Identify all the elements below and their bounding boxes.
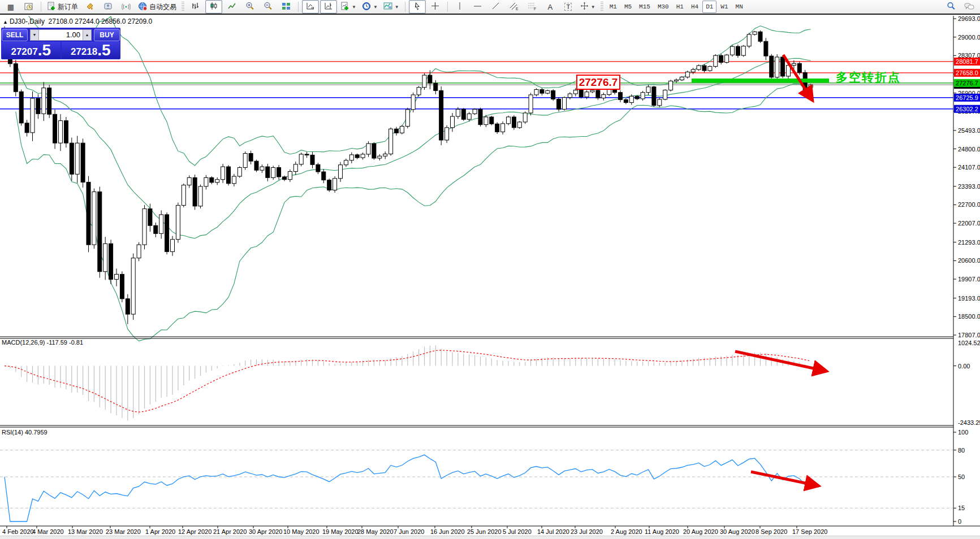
timeframe-h4[interactable]: H4 [688,1,702,13]
svg-text:29000.0: 29000.0 [958,34,980,41]
zoom-out-button[interactable] [260,0,277,14]
volume-decrease-button[interactable]: ▼ [30,29,39,41]
chart-title: ▲DJ30-,Daily 27108.0 27244.0 26856.0 272… [3,18,152,25]
fibonacci-icon: F [527,2,537,12]
search-icon [947,2,956,12]
paint-bucket-icon [85,2,94,12]
auto-scroll-button[interactable] [302,0,319,14]
crosshair-button[interactable] [427,0,444,14]
svg-text:F: F [534,7,536,11]
turning-point-annotation[interactable]: 多空转折点 [836,69,901,85]
svg-text:5 Jul 2020: 5 Jul 2020 [503,528,532,535]
svg-text:-2433.25: -2433.25 [958,419,980,426]
label-tool-button[interactable]: T [560,0,577,14]
templates-icon [383,2,392,12]
main-toolbar: ▦ 新订单 自动交易 ▼ ▼ ▼ [0,0,980,15]
svg-text:11 Aug 2020: 11 Aug 2020 [645,528,679,535]
market-watch-button[interactable] [20,0,37,14]
search-button[interactable] [943,0,960,14]
svg-text:22700.0: 22700.0 [958,201,980,208]
buy-price-pips: .5 [97,43,110,58]
bar-chart-button[interactable] [187,0,204,14]
timeframe-m5[interactable]: M5 [621,1,635,13]
auto-trading-label: 自动交易 [149,2,176,12]
window-list-button[interactable]: ▦ [2,0,19,14]
shapes-caret-icon: ▼ [591,5,595,10]
shapes-button[interactable]: ▼ [578,0,598,14]
timeframe-m15[interactable]: M15 [636,1,654,13]
timeframe-d1[interactable]: D1 [702,1,716,13]
chat-button[interactable] [961,0,978,14]
cursor-button[interactable] [409,0,426,14]
svg-text:24107.0: 24107.0 [958,164,980,171]
signal-icon [122,2,131,12]
sell-price[interactable]: 27207.5 [2,42,61,59]
chart-symbol-period: DJ30-,Daily [10,18,45,25]
market-watch-clock-icon [24,2,33,12]
svg-text:17807.0: 17807.0 [958,332,980,338]
auto-scroll-icon [306,2,315,12]
svg-text:25 Jun 2020: 25 Jun 2020 [467,528,502,535]
svg-text:23 Jul 2020: 23 Jul 2020 [571,528,603,535]
timeframe-m30[interactable]: M30 [654,1,672,13]
vertical-line-button[interactable] [451,0,468,14]
zoom-out-icon [264,2,273,12]
svg-text:20600.0: 20600.0 [958,257,980,264]
indicators-button[interactable]: ▼ [338,0,359,14]
periods-button[interactable]: ▼ [360,0,380,14]
new-order-button[interactable]: 新订单 [45,0,80,14]
window-list-icon: ▦ [7,3,14,11]
timeframe-mn[interactable]: MN [732,1,746,13]
signals-button[interactable] [118,0,135,14]
volume-increase-button[interactable]: ▲ [83,29,92,41]
horizontal-line-button[interactable] [469,0,486,14]
svg-text:22007.0: 22007.0 [958,220,980,227]
svg-text:23 Mar 2020: 23 Mar 2020 [106,528,141,535]
svg-text:14 Jul 2020: 14 Jul 2020 [537,528,569,535]
trendline-icon [491,2,500,12]
add-indicator-icon [340,2,349,12]
tile-windows-button[interactable] [278,0,295,14]
buy-price[interactable]: 27218.5 [62,42,120,59]
trendline-button[interactable] [487,0,504,14]
crosshair-icon [431,2,439,12]
text-tool-button[interactable]: A [542,0,559,14]
one-click-trading-panel: SELL ▼ 1.00 ▲ BUY 27207.5 27218.5 [1,28,120,59]
timeframe-h1[interactable]: H1 [673,1,687,13]
volume-stepper: ▼ 1.00 ▲ [30,29,92,41]
candlestick-chart-button[interactable] [205,0,222,14]
styler-button[interactable] [81,0,98,14]
svg-text:7 Jun 2020: 7 Jun 2020 [394,528,424,535]
macd-indicator-label: MACD(12,26,9) -117.59 -0.81 [2,339,83,346]
sell-button[interactable]: SELL [2,29,28,41]
line-chart-button[interactable] [223,0,240,14]
equidistant-channel-button[interactable]: E [506,0,523,14]
buy-button[interactable]: BUY [94,29,120,41]
price-callout-box[interactable]: 27276.7 [576,75,620,90]
svg-text:50: 50 [958,473,965,480]
svg-text:28081.7: 28081.7 [956,58,978,65]
zoom-in-button[interactable] [241,0,258,14]
line-chart-icon [228,2,236,12]
sell-price-pips: .5 [38,43,51,58]
chart-shift-button[interactable] [320,0,337,14]
fibonacci-button[interactable]: F [524,0,541,14]
svg-text:0: 0 [958,518,961,525]
templates-button[interactable]: ▼ [381,0,402,14]
timeframe-w1[interactable]: W1 [717,1,731,13]
svg-text:8 Sep 2020: 8 Sep 2020 [755,528,787,535]
svg-text:27658.0: 27658.0 [956,69,978,76]
svg-text:30 Aug 2020: 30 Aug 2020 [720,528,755,535]
profile-button[interactable] [100,0,116,14]
auto-trading-button[interactable]: 自动交易 [136,0,179,14]
svg-text:4 Mar 2020: 4 Mar 2020 [32,528,64,535]
timeframe-m1[interactable]: M1 [606,1,620,13]
volume-input[interactable]: 1.00 [39,29,83,41]
channel-icon: E [509,2,519,12]
templates-caret-icon: ▼ [395,5,399,10]
chart-ohlc-values: 27108.0 27244.0 26856.0 27209.0 [49,18,153,25]
svg-text:1024.52: 1024.52 [958,340,980,346]
svg-text:18500.0: 18500.0 [958,313,980,320]
chart-canvas[interactable]: 29693.029000.028307.027614.026900.026207… [0,16,980,539]
svg-text:30 Apr 2020: 30 Apr 2020 [249,528,282,535]
